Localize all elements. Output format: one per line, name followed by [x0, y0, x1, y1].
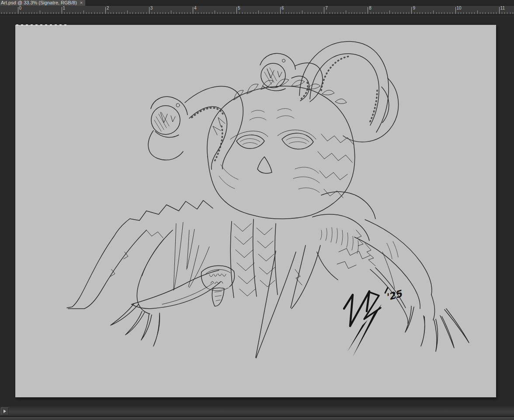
- ruler-tick: [64, 12, 65, 14]
- ruler-tick: [138, 12, 139, 14]
- ruler-tick: [37, 12, 37, 14]
- ruler-tick: [321, 12, 322, 14]
- ruler-tick: [493, 12, 494, 14]
- ruler-tick: [441, 12, 442, 14]
- ruler-tick: [513, 12, 513, 14]
- ruler-tick: [379, 12, 379, 14]
- document-tab[interactable]: Art.psd @ 33.3% (Signatre, RGB/8) ×: [0, 0, 86, 6]
- ruler-tick: [349, 12, 349, 14]
- ruler-tick: [45, 12, 45, 14]
- ruler-tick: [80, 12, 81, 14]
- ruler-tick: [34, 12, 35, 14]
- ruler-tick: [436, 12, 437, 14]
- ruler-tick: [332, 12, 333, 14]
- ruler-tick: [127, 10, 128, 14]
- ruler-tick: [351, 12, 352, 14]
- ruler-tick: [143, 12, 144, 14]
- ruler-tick: [395, 12, 396, 14]
- ruler-label: 7: [325, 6, 328, 10]
- ruler-tick: [269, 12, 270, 14]
- ruler-label: 9: [413, 6, 415, 10]
- ruler-tick: [461, 12, 461, 14]
- horizontal-ruler[interactable]: 01234567891011: [0, 6, 514, 14]
- status-strip: [0, 417, 514, 420]
- scrollbar-arrow-button[interactable]: [1, 407, 9, 415]
- signature-year: '25: [385, 288, 404, 303]
- ruler-tick: [234, 12, 234, 14]
- artist-signature: '25: [344, 288, 404, 357]
- ruler-tick: [389, 10, 390, 14]
- ruler-tick: [340, 12, 341, 14]
- ruler-tick: [223, 12, 223, 14]
- ruler-tick: [458, 12, 458, 14]
- ruler-tick: [324, 7, 324, 14]
- ruler-tick: [100, 12, 100, 14]
- ruler-tick: [86, 12, 87, 14]
- horizontal-scrollbar-track[interactable]: [0, 406, 514, 416]
- ruler-tick: [135, 12, 136, 14]
- ruler-tick: [452, 12, 453, 14]
- ruler-tick: [371, 12, 371, 14]
- ruler-tick: [250, 12, 250, 14]
- ruler-tick: [116, 12, 117, 14]
- snake-middle: [260, 53, 323, 102]
- ruler-tick: [425, 12, 426, 14]
- ruler-tick: [89, 12, 89, 14]
- ruler-tick: [7, 12, 7, 14]
- ruler-tick: [23, 12, 24, 14]
- ruler-tick: [308, 12, 308, 14]
- ruler-tick: [182, 12, 182, 14]
- ruler-tick: [491, 12, 491, 14]
- ruler-tick: [400, 12, 401, 14]
- ruler-tick: [294, 12, 294, 14]
- ruler-tick: [256, 12, 256, 14]
- ruler-tick: [417, 12, 417, 14]
- ruler-tick: [91, 12, 92, 14]
- ruler-tick: [209, 12, 209, 14]
- ruler-tick: [53, 12, 54, 14]
- ruler-tick: [313, 12, 313, 14]
- ruler-tick: [272, 12, 272, 14]
- ruler-tick: [94, 12, 95, 14]
- ruler-tick: [206, 12, 207, 14]
- ruler-tick: [245, 12, 245, 14]
- ruler-tick: [447, 12, 448, 14]
- ruler-tick: [212, 12, 212, 14]
- ruler-tick: [165, 12, 166, 14]
- ruler-tick: [507, 12, 507, 14]
- left-limbs: [67, 200, 221, 346]
- ruler-tick: [163, 12, 163, 14]
- ruler-tick: [111, 12, 111, 14]
- ruler-tick: [302, 10, 302, 14]
- ruler-tick: [428, 12, 428, 14]
- ruler-tick: [472, 12, 472, 14]
- ruler-tick: [278, 12, 278, 14]
- document-canvas[interactable]: '25: [15, 25, 496, 397]
- ruler-tick: [283, 12, 283, 14]
- ruler-tick: [499, 7, 500, 14]
- ruler-tick: [469, 12, 469, 14]
- ruler-tick: [316, 12, 316, 14]
- ruler-tick: [414, 12, 415, 14]
- ruler-tick: [280, 7, 281, 14]
- ruler-tick: [403, 12, 404, 14]
- ruler-tick: [113, 12, 114, 14]
- ruler-label: 6: [281, 6, 284, 10]
- ruler-tick: [346, 10, 346, 14]
- ruler-tick: [330, 12, 330, 14]
- center-leg-spikes: [256, 245, 320, 358]
- ruler-tick: [174, 12, 174, 14]
- ruler-tick: [105, 7, 106, 14]
- inner-mouth: [201, 265, 235, 306]
- ruler-tick: [231, 12, 231, 14]
- ruler-tick: [474, 12, 475, 14]
- ruler-label: 2: [107, 6, 109, 10]
- ruler-tick: [141, 12, 141, 14]
- ruler-tick: [485, 12, 486, 14]
- ruler-tick: [154, 12, 155, 14]
- ruler-label: 4: [194, 6, 197, 10]
- chest-scale-plates: [230, 192, 375, 298]
- tab-close-button[interactable]: ×: [80, 0, 83, 5]
- ruler-tick: [83, 10, 84, 14]
- ruler-tick: [326, 12, 327, 14]
